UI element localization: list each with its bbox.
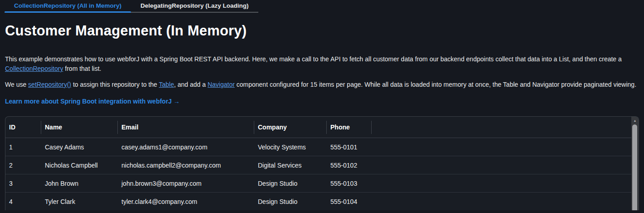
scroll-up-icon[interactable]: ▲ (631, 117, 639, 124)
table-row[interactable]: 2 Nicholas Campbell nicholas.campbell2@c… (5, 156, 639, 174)
cell-phone: 555-0104 (327, 198, 372, 205)
table-row[interactable]: 4 Tyler Clark tyler.clark4@company.com D… (5, 193, 639, 210)
set-repository-link[interactable]: setRepository() (28, 81, 71, 88)
tab-delegating-repository[interactable]: DelegatingRepository (Lazy Loading) (131, 0, 258, 12)
usage-text-4: component configured for 15 items per pa… (235, 81, 636, 88)
cell-email: casey.adams1@company.com (118, 144, 254, 151)
cell-id: 4 (5, 198, 41, 205)
cell-company: Design Studio (254, 198, 327, 205)
tab-collection-repository[interactable]: CollectionRepository (All in Memory) (5, 0, 131, 12)
intro-text-before: This example demonstrates how to use web… (5, 55, 622, 63)
intro-text-after: from that list. (63, 65, 101, 72)
main-content: Customer Management (In Memory) This exa… (0, 23, 644, 105)
cell-company: Digital Services (254, 162, 327, 169)
column-header-name[interactable]: Name (41, 117, 118, 138)
cell-id: 3 (5, 180, 41, 187)
column-header-id[interactable]: ID (5, 117, 41, 138)
usage-paragraph: We use setRepository() to assign this re… (5, 80, 639, 89)
column-header-phone[interactable]: Phone (327, 117, 372, 138)
page-title: Customer Management (In Memory) (5, 23, 639, 39)
usage-text-2: to assign this repository to the (71, 81, 159, 88)
table-scrollbar[interactable]: ▲ (631, 117, 639, 210)
cell-name: Nicholas Campbell (41, 162, 118, 169)
cell-id: 2 (5, 162, 41, 169)
collection-repository-link[interactable]: CollectionRepository (5, 65, 63, 72)
column-header-email[interactable]: Email (118, 117, 254, 138)
cell-email: john.brown3@company.com (118, 180, 254, 187)
cell-phone: 555-0102 (327, 162, 372, 169)
table-link[interactable]: Table (159, 81, 174, 88)
table-header-row: ID Name Email Company Phone (5, 117, 639, 138)
cell-name: John Brown (41, 180, 118, 187)
cell-phone: 555-0101 (327, 144, 372, 151)
cell-name: Tyler Clark (41, 198, 118, 205)
tab-bar: CollectionRepository (All in Memory) Del… (5, 0, 258, 13)
scrollbar-thumb[interactable] (632, 124, 637, 210)
cell-email: tyler.clark4@company.com (118, 198, 254, 205)
cell-company: Design Studio (254, 180, 327, 187)
usage-text-3: , and add a (174, 81, 208, 88)
table-row[interactable]: 1 Casey Adams casey.adams1@company.com V… (5, 138, 639, 156)
cell-company: Velocity Systems (254, 144, 327, 151)
table-row[interactable]: 3 John Brown john.brown3@company.com Des… (5, 174, 639, 193)
customer-table: ID Name Email Company Phone 1 Casey Adam… (5, 116, 639, 210)
usage-text-1: We use (5, 81, 28, 88)
cell-name: Casey Adams (41, 144, 118, 151)
page: { "colors": { "background": "#15181f", "… (0, 0, 644, 213)
cell-email: nicholas.campbell2@company.com (118, 162, 254, 169)
intro-paragraph: This example demonstrates how to use web… (5, 54, 639, 74)
cell-id: 1 (5, 144, 41, 151)
learn-more-link[interactable]: Learn more about Spring Boot integration… (5, 98, 180, 105)
navigator-link[interactable]: Navigator (208, 81, 235, 88)
table-body: 1 Casey Adams casey.adams1@company.com V… (5, 138, 639, 210)
column-header-company[interactable]: Company (254, 117, 327, 138)
cell-phone: 555-0103 (327, 180, 372, 187)
